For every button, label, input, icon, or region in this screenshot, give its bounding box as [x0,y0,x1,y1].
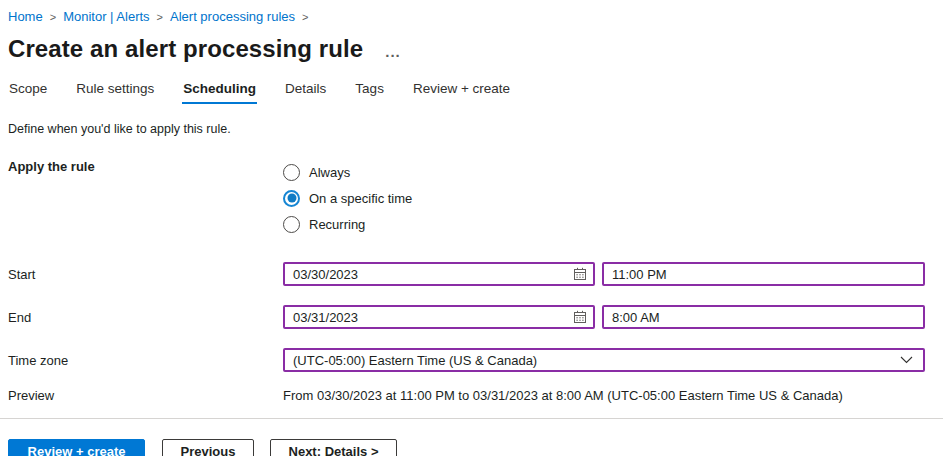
radio-option-label: On a specific time [309,191,412,206]
tab-review-create[interactable]: Review + create [412,79,511,104]
radio-option-recurring[interactable]: Recurring [283,211,412,237]
end-date-input[interactable]: 03/31/2023 [283,305,595,329]
next-details-button[interactable]: Next: Details > [270,439,397,456]
tab-details[interactable]: Details [284,79,327,104]
breadcrumb-home-link[interactable]: Home [8,8,43,26]
review-create-button[interactable]: Review + create [8,439,145,456]
calendar-icon[interactable] [573,267,587,281]
footer-divider [0,418,943,419]
breadcrumb-separator-icon: > [157,8,163,26]
start-date-value: 03/30/2023 [293,267,358,282]
wizard-tabs: Scope Rule settings Scheduling Details T… [8,79,943,104]
end-row: End 03/31/2023 8:00 AM [8,305,943,329]
tab-scope[interactable]: Scope [8,79,48,104]
apply-rule-radio-group: Always On a specific time Recurring [283,159,412,237]
time-zone-row: Time zone (UTC-05:00) Eastern Time (US &… [8,348,943,372]
start-label: Start [8,267,283,282]
radio-unselected-icon [283,216,300,233]
start-date-input[interactable]: 03/30/2023 [283,262,595,286]
apply-rule-label: Apply the rule [8,159,283,174]
chevron-down-icon [900,356,913,364]
start-time-value: 11:00 PM [612,267,667,282]
page-title: Create an alert processing rule [8,35,363,63]
radio-option-on-a-specific-time[interactable]: On a specific time [283,185,412,211]
time-zone-label: Time zone [8,353,283,368]
calendar-icon[interactable] [573,310,587,324]
end-time-value: 8:00 AM [612,310,660,325]
end-date-value: 03/31/2023 [293,310,358,325]
start-row: Start 03/30/2023 11:00 PM [8,262,943,286]
end-time-input[interactable]: 8:00 AM [602,305,925,329]
radio-option-always[interactable]: Always [283,159,412,185]
time-zone-value: (UTC-05:00) Eastern Time (US & Canada) [293,353,537,368]
create-alert-processing-rule-page: Home > Monitor | Alerts > Alert processi… [0,0,943,456]
footer-actions: Review + create Previous Next: Details > [8,439,943,456]
tab-rule-settings[interactable]: Rule settings [75,79,155,104]
time-zone-dropdown[interactable]: (UTC-05:00) Eastern Time (US & Canada) [283,348,925,372]
tab-tags[interactable]: Tags [354,79,385,104]
previous-button[interactable]: Previous [162,439,254,456]
preview-text: From 03/30/2023 at 11:00 PM to 03/31/202… [283,388,843,403]
apply-rule-row: Apply the rule Always On a specific time… [8,159,943,237]
scheduling-description: Define when you'd like to apply this rul… [8,122,943,136]
tab-scheduling[interactable]: Scheduling [182,79,257,104]
radio-option-label: Recurring [309,217,365,232]
preview-label: Preview [8,388,283,403]
breadcrumb-monitor-alerts-link[interactable]: Monitor | Alerts [63,8,149,26]
more-options-icon[interactable]: ... [385,41,401,57]
preview-row: Preview From 03/30/2023 at 11:00 PM to 0… [8,388,943,403]
title-row: Create an alert processing rule ... [8,35,943,63]
breadcrumb-alert-processing-rules-link[interactable]: Alert processing rules [170,8,295,26]
breadcrumb-separator-icon: > [302,8,308,26]
radio-unselected-icon [283,164,300,181]
start-time-input[interactable]: 11:00 PM [602,262,925,286]
radio-option-label: Always [309,165,350,180]
radio-selected-icon [283,190,300,207]
breadcrumb-separator-icon: > [50,8,56,26]
breadcrumb: Home > Monitor | Alerts > Alert processi… [8,8,943,26]
end-label: End [8,310,283,325]
